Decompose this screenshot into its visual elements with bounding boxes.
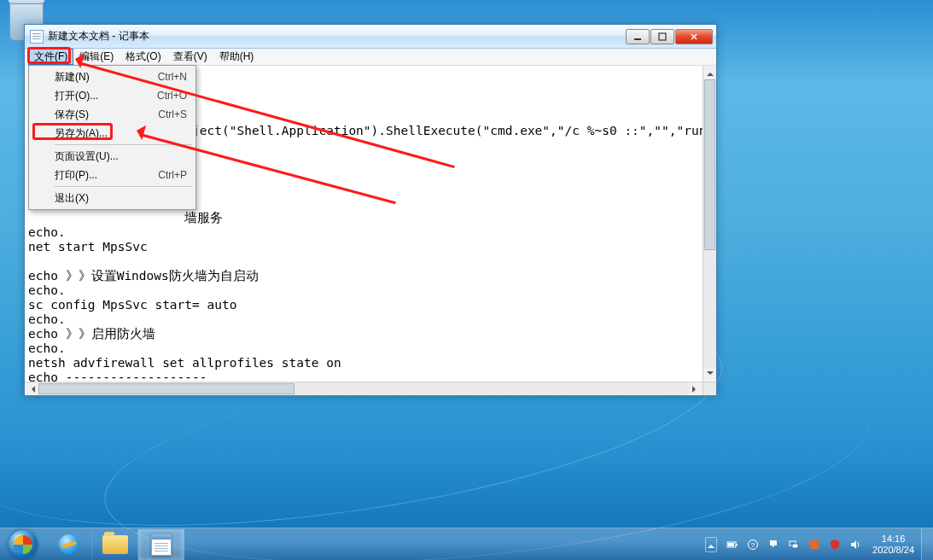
vertical-scrollbar-thumb[interactable]	[704, 79, 715, 250]
taskbar-item-notepad[interactable]	[138, 529, 184, 560]
network-icon[interactable]	[786, 537, 802, 552]
folder-icon	[102, 535, 128, 554]
svg-rect-3	[736, 544, 738, 545]
svg-rect-9	[810, 540, 819, 549]
security-icon[interactable]	[827, 537, 843, 552]
scroll-up-button[interactable]	[703, 66, 716, 79]
taskbar: ? 14:16 2020/8/24	[0, 528, 933, 560]
menu-format[interactable]: 格式(O)	[120, 49, 166, 65]
menu-separator	[55, 186, 192, 187]
menu-item-save[interactable]: 保存(S) Ctrl+S	[31, 105, 194, 124]
scroll-right-button[interactable]	[689, 382, 703, 395]
help-icon[interactable]: ?	[745, 537, 761, 552]
start-button[interactable]	[0, 528, 46, 561]
windows-orb-icon	[9, 530, 38, 559]
close-button[interactable]	[675, 29, 713, 44]
taskbar-item-ie[interactable]	[46, 529, 92, 560]
scroll-left-button[interactable]	[25, 382, 38, 395]
volume-icon[interactable]	[848, 537, 863, 552]
scrollbar-corner	[703, 382, 716, 395]
notepad-icon	[151, 534, 172, 556]
menu-item-page-setup[interactable]: 页面设置(U)...	[31, 147, 194, 166]
clock-time: 14:16	[872, 534, 914, 545]
system-tray: ? 14:16 2020/8/24	[705, 528, 933, 561]
vertical-scrollbar[interactable]	[703, 66, 716, 382]
svg-rect-8	[792, 544, 798, 548]
svg-rect-1	[659, 33, 666, 40]
title-bar[interactable]: 新建文本文档 - 记事本	[25, 25, 716, 49]
action-center-icon[interactable]	[766, 537, 781, 552]
menu-bar: 文件(F) 编辑(E) 格式(O) 查看(V) 帮助(H)	[25, 49, 716, 66]
svg-rect-0	[634, 38, 641, 40]
menu-item-print[interactable]: 打印(P)... Ctrl+P	[31, 166, 194, 184]
horizontal-scrollbar[interactable]	[25, 382, 703, 395]
menu-item-save-as[interactable]: 另存为(A)...	[31, 124, 194, 143]
svg-text:?: ?	[751, 541, 755, 549]
menu-help[interactable]: 帮助(H)	[213, 49, 260, 65]
show-desktop-button[interactable]	[921, 528, 933, 561]
scroll-down-button[interactable]	[703, 368, 716, 382]
maximize-button[interactable]	[650, 29, 674, 44]
svg-rect-4	[728, 543, 734, 546]
horizontal-scrollbar-thumb[interactable]	[38, 383, 294, 394]
tray-icon-generic[interactable]	[807, 537, 822, 552]
battery-icon[interactable]	[725, 537, 740, 552]
minimize-button[interactable]	[626, 29, 650, 44]
taskbar-item-explorer[interactable]	[92, 529, 138, 560]
window-title: 新建文本文档 - 记事本	[48, 29, 626, 44]
clock-date: 2020/8/24	[872, 545, 914, 556]
menu-view[interactable]: 查看(V)	[167, 49, 213, 65]
show-hidden-icons-button[interactable]	[705, 537, 717, 552]
menu-item-exit[interactable]: 退出(X)	[31, 189, 194, 207]
taskbar-clock[interactable]: 14:16 2020/8/24	[866, 534, 921, 556]
notepad-icon	[30, 30, 44, 44]
ie-icon	[59, 534, 79, 555]
